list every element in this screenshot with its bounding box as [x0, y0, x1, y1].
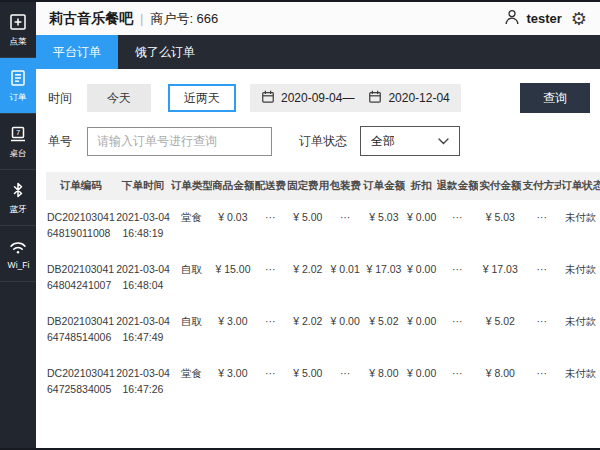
- cell-discount: ¥ 0.00: [406, 356, 436, 408]
- cell-order-time: 2021-03-0416:48:19: [115, 200, 170, 252]
- cell-order-amount: ¥ 8.00: [362, 356, 406, 408]
- cell-refund-amount: ···: [437, 304, 479, 356]
- table-header-cell: 订单状态: [561, 172, 600, 200]
- cell-delivery-fee: ···: [254, 304, 287, 356]
- order-no-input[interactable]: [87, 127, 272, 156]
- sidebar-item-zhuotai[interactable]: 7 桌台: [0, 114, 36, 170]
- table-row[interactable]: DC20210304164819011008 2021-03-0416:48:1…: [46, 200, 600, 252]
- cell-pay-method: ···: [522, 200, 561, 252]
- query-button[interactable]: 查询: [520, 83, 590, 113]
- cell-packing-fee: ···: [329, 200, 362, 252]
- table-header-cell: 折扣: [406, 172, 436, 200]
- table-row[interactable]: DB20210304164804241007 2021-03-0416:48:0…: [46, 252, 600, 304]
- pos-app-window: 点菜 订单 7 桌台: [0, 0, 600, 450]
- cell-packing-fee: ···: [329, 356, 362, 408]
- sidebar-item-dingdan[interactable]: 订单: [0, 58, 36, 114]
- table-seven-icon: 7: [8, 124, 28, 144]
- tab-platform-orders[interactable]: 平台订单: [36, 35, 118, 69]
- table-header-cell: 订单类型: [171, 172, 213, 200]
- cell-order-status: 未付款: [561, 200, 600, 252]
- chevron-down-icon: [438, 134, 449, 148]
- cell-goods-amount: ¥ 3.00: [212, 356, 254, 408]
- table-header-cell: 订单编码: [46, 172, 115, 200]
- table-header-cell: 商品金额: [212, 172, 254, 200]
- cell-goods-amount: ¥ 3.00: [212, 304, 254, 356]
- order-status-select[interactable]: 全部: [360, 126, 460, 156]
- cell-paid-amount: ¥ 17.03: [478, 252, 522, 304]
- cell-fixed-fee: ¥ 5.00: [287, 356, 329, 408]
- merchant-number: 商户号: 666: [150, 10, 218, 28]
- recent-two-days-button[interactable]: 近两天: [168, 84, 236, 112]
- cell-order-type: 自取: [171, 252, 213, 304]
- table-header-cell: 配送费: [254, 172, 287, 200]
- order-tabbar: 平台订单 饿了么订单: [36, 35, 600, 69]
- table-header-cell: 下单时间: [115, 172, 170, 200]
- cell-paid-amount: ¥ 8.00: [478, 356, 522, 408]
- sidebar-item-lanya[interactable]: 蓝牙: [0, 170, 36, 226]
- cell-pay-method: ···: [522, 304, 561, 356]
- table-header-cell: 包装费: [329, 172, 362, 200]
- sidebar-item-label: 桌台: [9, 147, 26, 159]
- cell-order-time: 2021-03-0416:47:49: [115, 304, 170, 356]
- date-end-value: 2020-12-04: [388, 91, 449, 105]
- table-header-cell: 固定费用: [287, 172, 329, 200]
- sidebar-item-label: 蓝牙: [9, 203, 26, 215]
- cell-paid-amount: ¥ 5.03: [478, 200, 522, 252]
- cell-delivery-fee: ···: [254, 200, 287, 252]
- date-start-picker[interactable]: 2020-09-04—: [261, 89, 354, 107]
- order-status-label: 订单状态: [299, 133, 347, 150]
- cell-discount: ¥ 0.00: [406, 200, 436, 252]
- order-status-value: 全部: [371, 133, 395, 150]
- cell-order-code: DC20210304164819011008: [46, 200, 115, 252]
- user-icon: [503, 8, 521, 30]
- date-end-picker[interactable]: 2020-12-04: [368, 89, 449, 107]
- sidebar-item-label: Wi_Fi: [7, 260, 29, 270]
- wifi-icon: [8, 237, 28, 257]
- time-filter-row: 时间 今天 近两天 2020-09-04—: [48, 83, 590, 113]
- sidebar-item-diancai[interactable]: 点菜: [0, 2, 36, 58]
- cell-goods-amount: ¥ 0.03: [212, 200, 254, 252]
- plus-square-icon: [8, 12, 28, 32]
- table-row[interactable]: DB20210304164748514006 2021-03-0416:47:4…: [46, 304, 600, 356]
- cell-refund-amount: ···: [437, 200, 479, 252]
- cell-packing-fee: ¥ 0.00: [329, 304, 362, 356]
- cell-fixed-fee: ¥ 2.02: [287, 252, 329, 304]
- sidebar-item-label: 订单: [9, 91, 26, 103]
- order-table: 订单编码下单时间订单类型商品金额配送费固定费用包装费订单金额折扣退款金额实付金额…: [46, 172, 600, 408]
- order-no-filter-row: 单号 订单状态 全部: [48, 126, 590, 156]
- table-header-cell: 退款金额: [437, 172, 479, 200]
- cell-delivery-fee: ···: [254, 252, 287, 304]
- table-row[interactable]: DC20210304164725834005 2021-03-0416:47:2…: [46, 356, 600, 408]
- cell-order-status: 未付款: [561, 252, 600, 304]
- restaurant-title: 莉古音乐餐吧: [49, 10, 133, 28]
- cell-order-time: 2021-03-0416:48:04: [115, 252, 170, 304]
- cell-order-type: 自取: [171, 304, 213, 356]
- order-no-label: 单号: [48, 133, 72, 150]
- tab-eleme-orders[interactable]: 饿了么订单: [118, 35, 212, 69]
- cell-order-code: DC20210304164725834005: [46, 356, 115, 408]
- cell-refund-amount: ···: [437, 252, 479, 304]
- calendar-icon: [261, 89, 275, 107]
- cell-order-time: 2021-03-0416:47:26: [115, 356, 170, 408]
- table-header-cell: 支付方式: [522, 172, 561, 200]
- cell-fixed-fee: ¥ 5.00: [287, 200, 329, 252]
- sidebar-item-wifi[interactable]: Wi_Fi: [0, 226, 36, 282]
- calendar-icon: [368, 89, 382, 107]
- user-menu[interactable]: tester: [503, 8, 561, 30]
- bluetooth-icon: [8, 180, 28, 200]
- cell-order-status: 未付款: [561, 356, 600, 408]
- table-header-row: 订单编码下单时间订单类型商品金额配送费固定费用包装费订单金额折扣退款金额实付金额…: [46, 172, 600, 200]
- today-button[interactable]: 今天: [87, 84, 151, 112]
- cell-discount: ¥ 0.00: [406, 252, 436, 304]
- cell-goods-amount: ¥ 15.00: [212, 252, 254, 304]
- sidebar-item-label: 点菜: [9, 35, 26, 47]
- cell-delivery-fee: ···: [254, 356, 287, 408]
- settings-gear-icon[interactable]: ⚙: [571, 10, 587, 28]
- date-start-value: 2020-09-04—: [281, 91, 354, 105]
- table-header-cell: 订单金额: [362, 172, 406, 200]
- cell-pay-method: ···: [522, 356, 561, 408]
- svg-text:7: 7: [16, 128, 20, 137]
- orders-content: 时间 今天 近两天 2020-09-04—: [36, 69, 600, 448]
- cell-paid-amount: ¥ 5.02: [478, 304, 522, 356]
- cell-order-amount: ¥ 17.03: [362, 252, 406, 304]
